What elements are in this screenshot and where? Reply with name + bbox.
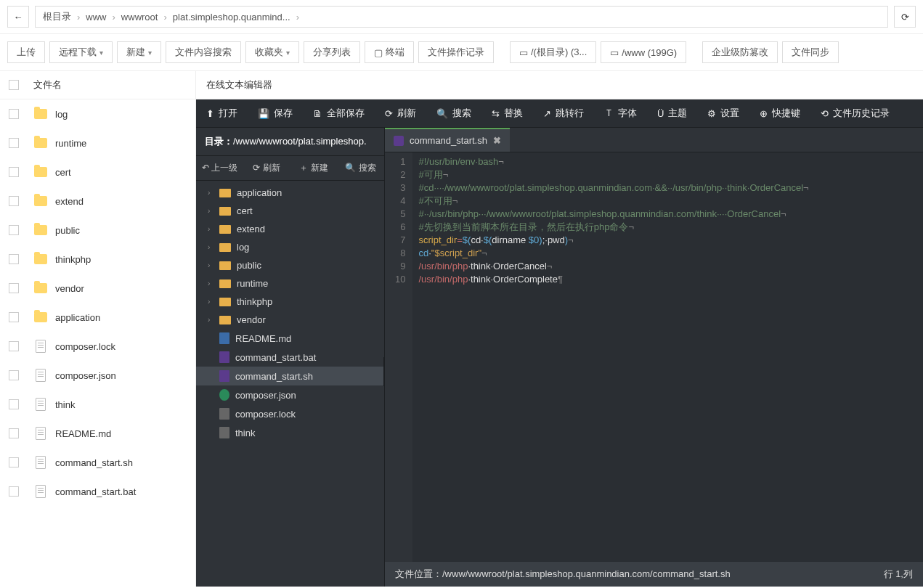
- file-row[interactable]: composer.json: [0, 361, 195, 390]
- tree-item[interactable]: README.md: [196, 329, 384, 348]
- back-button[interactable]: ←: [7, 6, 29, 28]
- row-checkbox[interactable]: [9, 225, 19, 235]
- tree-item[interactable]: ›vendor: [196, 311, 384, 329]
- row-checkbox[interactable]: [9, 283, 19, 293]
- open-button[interactable]: ⬆打开: [196, 99, 248, 127]
- tree-item[interactable]: ›log: [196, 238, 384, 256]
- file-name: thinkphp: [55, 254, 91, 265]
- code-area[interactable]: 12345678910 #!/usr/bin/env·bash¬#可用¬#cd·…: [385, 152, 923, 562]
- code-lines[interactable]: #!/usr/bin/env·bash¬#可用¬#cd····/www/wwwr…: [412, 152, 923, 562]
- file-row[interactable]: think: [0, 390, 195, 419]
- theme-button[interactable]: Ü主题: [647, 99, 697, 127]
- settings-button[interactable]: ⚙设置: [697, 99, 749, 127]
- up-button[interactable]: ↶ 上一级: [196, 156, 243, 180]
- breadcrumb-item[interactable]: www: [86, 12, 106, 23]
- remote-download-button[interactable]: 远程下载▾: [49, 41, 113, 63]
- breadcrumb[interactable]: 根目录›www›wwwroot›plat.simpleshop.quanmind…: [35, 6, 888, 28]
- terminal-button[interactable]: ▢终端: [365, 41, 414, 63]
- tab-command-start-sh[interactable]: command_start.sh ✖: [385, 128, 510, 152]
- editor-tabs: command_start.sh ✖: [385, 128, 923, 152]
- new-button[interactable]: 新建▾: [117, 41, 161, 63]
- file-name: think: [55, 399, 75, 410]
- save-button[interactable]: 💾保存: [248, 99, 303, 127]
- history-button[interactable]: ⟲文件历史记录: [810, 99, 900, 127]
- file-row[interactable]: log: [0, 99, 195, 128]
- row-checkbox[interactable]: [9, 399, 19, 409]
- file-name: extend: [55, 196, 84, 207]
- tree-new-button[interactable]: ＋ 新建: [290, 156, 338, 180]
- file-row[interactable]: composer.lock: [0, 332, 195, 361]
- disk-root-button[interactable]: ▭/(根目录) (3...: [510, 41, 596, 63]
- file-row[interactable]: README.md: [0, 419, 195, 448]
- row-checkbox[interactable]: [9, 138, 19, 148]
- tree-item[interactable]: ›thinkphp: [196, 293, 384, 311]
- tree-item[interactable]: think: [196, 423, 384, 442]
- row-checkbox[interactable]: [9, 167, 19, 177]
- breadcrumb-item[interactable]: wwwroot: [121, 12, 158, 23]
- breadcrumb-item[interactable]: 根目录: [43, 10, 71, 23]
- tree-item-label: vendor: [237, 314, 266, 325]
- search-button[interactable]: 🔍搜索: [426, 99, 481, 127]
- file-ops-button[interactable]: 文件操作记录: [418, 41, 494, 63]
- font-button[interactable]: Ｔ字体: [594, 99, 647, 127]
- row-checkbox[interactable]: [9, 428, 19, 438]
- close-icon[interactable]: ✖: [493, 135, 501, 146]
- folder-icon: [33, 165, 48, 179]
- file-name: log: [55, 109, 68, 120]
- row-checkbox[interactable]: [9, 254, 19, 264]
- tree-item[interactable]: composer.json: [196, 385, 384, 404]
- select-all-checkbox[interactable]: [9, 80, 19, 90]
- disk-www-button[interactable]: ▭/www (199G): [601, 41, 686, 63]
- search-icon: 🔍: [436, 108, 448, 119]
- favorites-button[interactable]: 收藏夹▾: [245, 41, 299, 63]
- row-checkbox[interactable]: [9, 457, 19, 467]
- refresh-button[interactable]: ⟳: [894, 6, 916, 28]
- row-checkbox[interactable]: [9, 312, 19, 322]
- row-checkbox[interactable]: [9, 196, 19, 206]
- file-row[interactable]: application: [0, 303, 195, 332]
- tree-item[interactable]: ›extend: [196, 220, 384, 238]
- file-row[interactable]: vendor: [0, 274, 195, 303]
- save-all-button[interactable]: 🗎全部保存: [303, 99, 375, 127]
- chevron-right-icon: ›: [208, 298, 214, 306]
- refresh-button[interactable]: ⟳刷新: [375, 99, 426, 127]
- disk-icon: ▭: [519, 47, 528, 58]
- share-list-button[interactable]: 分享列表: [304, 41, 360, 63]
- file-row[interactable]: runtime: [0, 128, 195, 158]
- goto-button[interactable]: ↗跳转行: [533, 99, 594, 127]
- replace-button[interactable]: ⇆替换: [481, 99, 533, 127]
- file-row[interactable]: public: [0, 216, 195, 245]
- tree-refresh-button[interactable]: ⟳ 刷新: [243, 156, 290, 180]
- tree-item[interactable]: ›cert: [196, 202, 384, 220]
- file-icon: [219, 408, 229, 420]
- row-checkbox[interactable]: [9, 109, 19, 119]
- row-checkbox[interactable]: [9, 341, 19, 351]
- upload-button[interactable]: 上传: [7, 41, 45, 63]
- content-search-button[interactable]: 文件内容搜索: [166, 41, 241, 63]
- refresh-icon: ⟳: [385, 108, 393, 119]
- tree-item-label: think: [235, 428, 255, 438]
- tree-item[interactable]: composer.lock: [196, 404, 384, 423]
- tree-item[interactable]: ›public: [196, 256, 384, 274]
- chevron-right-icon: ›: [208, 261, 214, 269]
- tree-item[interactable]: ›application: [196, 184, 384, 202]
- file-row[interactable]: extend: [0, 187, 195, 216]
- tree-item-label: command_start.bat: [235, 352, 316, 363]
- shortcuts-button[interactable]: ⊕快捷键: [749, 99, 810, 127]
- file-row[interactable]: command_start.sh: [0, 448, 195, 477]
- row-checkbox[interactable]: [9, 370, 19, 380]
- sync-button[interactable]: 文件同步: [782, 41, 839, 63]
- row-checkbox[interactable]: [9, 486, 19, 497]
- file-row[interactable]: command_start.bat: [0, 477, 195, 506]
- tree-search-button[interactable]: 🔍 搜索: [337, 156, 384, 180]
- tamper-button[interactable]: 企业级防篡改: [702, 41, 778, 63]
- tree-item[interactable]: command_start.bat: [196, 348, 384, 367]
- file-row[interactable]: thinkphp: [0, 245, 195, 274]
- editor-statusbar: 文件位置：/www/wwwroot/plat.simpleshop.quanmi…: [385, 562, 923, 587]
- tree-item[interactable]: ›runtime: [196, 274, 384, 293]
- file-row[interactable]: cert: [0, 158, 195, 187]
- file-toolbar: 上传 远程下载▾ 新建▾ 文件内容搜索 收藏夹▾ 分享列表 ▢终端 文件操作记录…: [0, 34, 923, 71]
- breadcrumb-item[interactable]: plat.simpleshop.quanmind...: [173, 12, 290, 23]
- file-icon: [33, 484, 48, 499]
- tree-item[interactable]: command_start.sh: [196, 367, 384, 385]
